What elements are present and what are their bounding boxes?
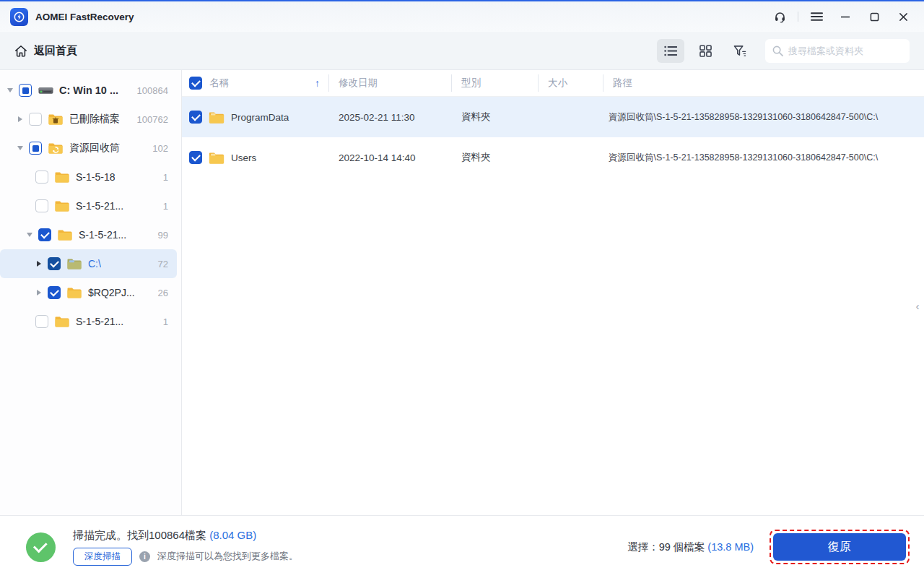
checkbox-unchecked[interactable] [35, 199, 48, 212]
checkbox-unchecked[interactable] [35, 315, 48, 328]
tree-item-c-drive-selected[interactable]: C:\ 72 [0, 249, 177, 278]
file-date: 2022-10-14 14:40 [328, 152, 451, 163]
selection-count-label: 選擇：99 個檔案 [627, 541, 705, 553]
header-size-column[interactable]: 大小 [538, 70, 603, 96]
tree-count: 72 [158, 259, 177, 269]
search-icon [772, 46, 783, 56]
table-row-programdata[interactable]: ProgramData 2025-02-21 11:30 資料夾 資源回收筒\S… [182, 97, 924, 137]
tree-label: S-1-5-18 [76, 171, 115, 183]
tree-count: 102 [152, 143, 177, 154]
tree-count: 100864 [137, 85, 177, 96]
titlebar-divider [798, 12, 798, 22]
deep-scan-button[interactable]: 深度掃描 [73, 548, 132, 566]
deep-scan-tip: 深度掃描可以為您找到更多檔案。 [157, 550, 298, 563]
file-path: 資源回收筒\S-1-5-21-135828958-1329131060-3180… [603, 152, 924, 164]
toolbar: 返回首頁 [0, 32, 924, 70]
file-type: 資料夾 [451, 151, 538, 164]
collapse-arrow-icon[interactable] [4, 88, 16, 92]
tree-count: 1 [163, 201, 177, 212]
list-view-button[interactable] [657, 39, 684, 63]
selection-size-label: (13.8 MB) [707, 541, 754, 553]
header-path-column[interactable]: 路徑 [603, 70, 924, 96]
home-icon [14, 45, 27, 57]
minimize-button[interactable] [834, 7, 856, 27]
close-button[interactable] [892, 7, 914, 27]
support-headset-icon[interactable] [769, 7, 790, 27]
folder-icon [66, 287, 82, 298]
header-type-column[interactable]: 型別 [451, 70, 538, 96]
file-name: ProgramData [231, 112, 289, 123]
checkbox-checked[interactable] [48, 286, 61, 299]
tree-item-drive-c[interactable]: C: Win 10 ... 100864 [0, 76, 177, 105]
file-type: 資料夾 [451, 111, 538, 124]
sort-ascending-icon[interactable]: ↑ [315, 77, 320, 89]
expand-arrow-icon[interactable] [14, 116, 26, 122]
tree-count: 26 [158, 288, 177, 298]
info-icon: i [139, 551, 150, 562]
folder-icon [209, 152, 225, 164]
maximize-button[interactable] [863, 7, 885, 27]
tree-label: S-1-5-21... [79, 229, 126, 241]
app-title: AOMEI FastRecovery [35, 12, 134, 22]
expand-arrow-icon[interactable] [33, 261, 45, 267]
table-row-users[interactable]: Users 2022-10-14 14:40 資料夾 資源回收筒\S-1-5-2… [182, 137, 924, 178]
tree-item-deleted-files[interactable]: 已刪除檔案 100762 [0, 105, 177, 134]
scan-result-text: 掃描完成。找到100864檔案 (8.04 GB) [73, 529, 298, 543]
row-checkbox-checked[interactable] [189, 151, 202, 164]
checkbox-unchecked[interactable] [29, 113, 42, 126]
checkbox-unchecked[interactable] [35, 171, 48, 184]
tree-count: 99 [158, 230, 177, 241]
folder-icon [54, 200, 70, 212]
back-home-button[interactable]: 返回首頁 [14, 44, 77, 58]
app-window: AOMEI FastRecovery 返回首頁 [0, 0, 924, 578]
open-folder-icon [66, 258, 82, 269]
tree-label: 已刪除檔案 [69, 113, 120, 126]
file-name: Users [231, 152, 256, 163]
select-all-checkbox[interactable] [189, 77, 202, 90]
tree-item-rq2pj[interactable]: $RQ2PJ... 26 [0, 278, 177, 307]
tree-label: C: Win 10 ... [59, 85, 118, 96]
scan-done-label: 掃描完成。找到100864檔案 [73, 529, 206, 541]
checkbox-checked[interactable] [48, 257, 61, 270]
expand-arrow-icon[interactable] [33, 290, 45, 296]
tree-item-s-1-5-21-a[interactable]: S-1-5-21... 1 [0, 191, 177, 220]
tree-item-recycle-bin[interactable]: 資源回收筒 102 [0, 134, 177, 163]
file-list-panel: 名稱 ↑ 修改日期 型別 大小 路徑 ProgramData 2025-02-2… [182, 70, 924, 515]
drive-icon [38, 86, 53, 95]
tree-label: $RQ2PJ... [88, 287, 135, 298]
collapse-arrow-icon[interactable] [24, 233, 35, 237]
search-input[interactable] [788, 46, 897, 56]
status-bar: 掃描完成。找到100864檔案 (8.04 GB) 深度掃描 i 深度掃描可以為… [0, 515, 924, 578]
row-checkbox-checked[interactable] [189, 111, 202, 124]
grid-view-button[interactable] [692, 39, 719, 63]
header-name-column[interactable]: 名稱 ↑ [182, 70, 328, 96]
header-date-column[interactable]: 修改日期 [328, 70, 451, 96]
folder-icon [57, 229, 73, 241]
checkbox-partial[interactable] [29, 142, 42, 155]
checkbox-checked[interactable] [38, 228, 51, 241]
tree-count: 1 [163, 172, 177, 183]
tree-label: S-1-5-21... [76, 316, 123, 327]
header-name-label: 名稱 [209, 77, 229, 90]
restore-button[interactable]: 復原 [773, 533, 906, 561]
folder-icon [209, 111, 225, 124]
header-type-label: 型別 [461, 77, 481, 90]
tree-item-s-1-5-21-b[interactable]: S-1-5-21... 99 [0, 220, 177, 249]
tree-item-s-1-5-21-c[interactable]: S-1-5-21... 1 [0, 307, 177, 336]
recycle-bin-folder-icon [48, 142, 64, 154]
header-path-label: 路徑 [613, 77, 632, 90]
menu-hamburger-icon[interactable] [806, 7, 827, 27]
collapse-panel-chevron[interactable]: ‹ [912, 300, 923, 312]
checkbox-partial[interactable] [19, 84, 32, 97]
folder-icon [54, 316, 70, 327]
table-header: 名稱 ↑ 修改日期 型別 大小 路徑 [182, 70, 924, 97]
filter-button[interactable] [726, 39, 754, 63]
file-path: 資源回收筒\S-1-5-21-135828958-1329131060-3180… [603, 111, 924, 124]
title-bar: AOMEI FastRecovery [0, 1, 924, 32]
header-size-label: 大小 [548, 77, 567, 90]
tree-item-s-1-5-18[interactable]: S-1-5-18 1 [0, 163, 177, 191]
collapse-arrow-icon[interactable] [14, 146, 26, 150]
search-box[interactable] [765, 39, 910, 63]
folder-icon [54, 171, 70, 183]
header-date-label: 修改日期 [339, 77, 378, 90]
